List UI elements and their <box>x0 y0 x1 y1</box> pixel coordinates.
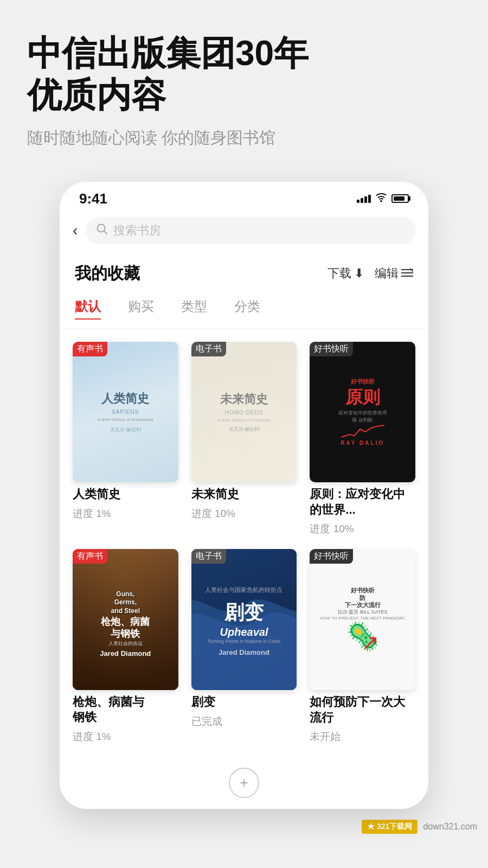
watermark-url: down321.com <box>423 822 477 832</box>
book-title-principles: 原则：应对变化中的世界... <box>310 487 415 518</box>
search-placeholder: 搜索书房 <box>113 222 161 239</box>
collection-header: 我的收藏 下载 ⬇ 编辑 <box>60 252 428 293</box>
book-item-principles[interactable]: 好书快听 原则 应对变化中的世界秩序 瑞·达利欧 RAY DALIO 好书快听 … <box>310 342 415 537</box>
tab-purchase[interactable]: 购买 <box>128 298 154 320</box>
download-icon: ⬇ <box>354 266 364 280</box>
book-item-pandemic[interactable]: 好书快听防下一次大流行 比尔·盖茨 BILL GATES HOW TO PREV… <box>310 549 415 744</box>
book-title-guns: 枪炮、病菌与钢铁 <box>73 694 178 725</box>
book-progress-pandemic: 未开始 <box>310 730 415 744</box>
tab-type[interactable]: 类型 <box>181 298 207 320</box>
book-progress-principles: 进度 10% <box>310 522 415 536</box>
marketing-area: 中信出版集团30年 优质内容 随时随地随心阅读 你的随身图书馆 <box>0 0 488 171</box>
svg-line-1 <box>104 231 107 234</box>
badge-audio-guns: 有声书 <box>73 549 107 564</box>
arrow-icon: ↗ <box>361 630 380 655</box>
badge-quick: 好书快听 <box>310 342 353 356</box>
book-progress-guns: 进度 1% <box>73 730 178 744</box>
book-cover-pandemic: 好书快听防下一次大流行 比尔·盖茨 BILL GATES HOW TO PREV… <box>310 549 415 690</box>
marketing-subtitle: 随时随地随心阅读 你的随身图书馆 <box>27 127 461 149</box>
book-title-pandemic: 如何预防下一次大流行 <box>310 694 415 725</box>
add-button[interactable]: + <box>229 768 259 798</box>
book-cover-sapiens: 人类简史 SAPIENS A Brief History of Humankin… <box>73 342 178 483</box>
add-button-area: + <box>60 757 428 809</box>
back-button[interactable]: ‹ <box>73 222 78 239</box>
badge-audio: 有声书 <box>73 342 107 356</box>
tab-category[interactable]: 分类 <box>234 298 260 320</box>
book-title-homo: 未来简史 <box>191 487 297 502</box>
wifi-icon <box>375 193 387 205</box>
book-cover-upheaval: 人类社会与国家危机的转折点 剧变 Upheaval Turning Points… <box>191 549 297 690</box>
book-cover-homo: 未来简史 HOMO DEUS A Brief History of Tomorr… <box>191 342 297 483</box>
download-button[interactable]: 下载 ⬇ <box>328 265 364 282</box>
phone-wrapper: 9:41 ‹ <box>0 171 488 809</box>
book-item-upheaval[interactable]: 人类社会与国家危机的转折点 剧变 Upheaval Turning Points… <box>191 549 297 744</box>
edit-icon <box>401 266 413 280</box>
book-grid: 人类简史 SAPIENS A Brief History of Humankin… <box>60 329 428 757</box>
signal-icon <box>357 195 371 203</box>
chart-icon <box>341 424 384 440</box>
battery-icon <box>391 194 409 203</box>
book-cover-principles: 好书快听 原则 应对变化中的世界秩序 瑞·达利欧 RAY DALIO 好书快听 <box>310 342 415 483</box>
search-area: ‹ 搜索书房 <box>60 212 428 252</box>
book-title-upheaval: 剧变 <box>191 694 297 710</box>
book-item-homo[interactable]: 未来简史 HOMO DEUS A Brief History of Tomorr… <box>191 342 297 537</box>
book-item-sapiens[interactable]: 人类简史 SAPIENS A Brief History of Humankin… <box>73 342 178 537</box>
book-item-guns[interactable]: Guns,Germs,and Steel 枪炮、病菌与钢铁 人类社会的命运 Ja… <box>73 549 178 744</box>
edit-button[interactable]: 编辑 <box>375 265 413 282</box>
tabs-area: 默认 购买 类型 分类 <box>60 293 428 329</box>
search-bar[interactable]: 搜索书房 <box>86 217 415 244</box>
status-time: 9:41 <box>79 190 107 207</box>
tab-default[interactable]: 默认 <box>75 298 101 320</box>
search-icon <box>96 223 108 238</box>
status-icons <box>357 193 409 205</box>
book-progress-homo: 进度 10% <box>191 507 297 521</box>
watermark-area: ★ 321下载网 down321.com <box>0 809 488 845</box>
collection-title: 我的收藏 <box>75 263 140 285</box>
book-progress-sapiens: 进度 1% <box>73 507 178 521</box>
header-actions: 下载 ⬇ 编辑 <box>328 265 413 282</box>
book-progress-upheaval: 已完成 <box>191 714 297 729</box>
status-bar: 9:41 <box>60 182 428 212</box>
book-title-sapiens: 人类简史 <box>73 487 178 502</box>
badge-ebook-upheaval: 电子书 <box>191 549 226 564</box>
book-cover-guns: Guns,Germs,and Steel 枪炮、病菌与钢铁 人类社会的命运 Ja… <box>73 549 178 690</box>
watermark-icon: ★ <box>367 822 375 831</box>
watermark-badge: ★ 321下载网 <box>362 820 418 834</box>
marketing-title: 中信出版集团30年 优质内容 <box>27 33 461 116</box>
phone-mockup: 9:41 ‹ <box>60 182 428 809</box>
badge-ebook: 电子书 <box>191 342 226 356</box>
badge-quick-pandemic: 好书快听 <box>310 549 353 564</box>
